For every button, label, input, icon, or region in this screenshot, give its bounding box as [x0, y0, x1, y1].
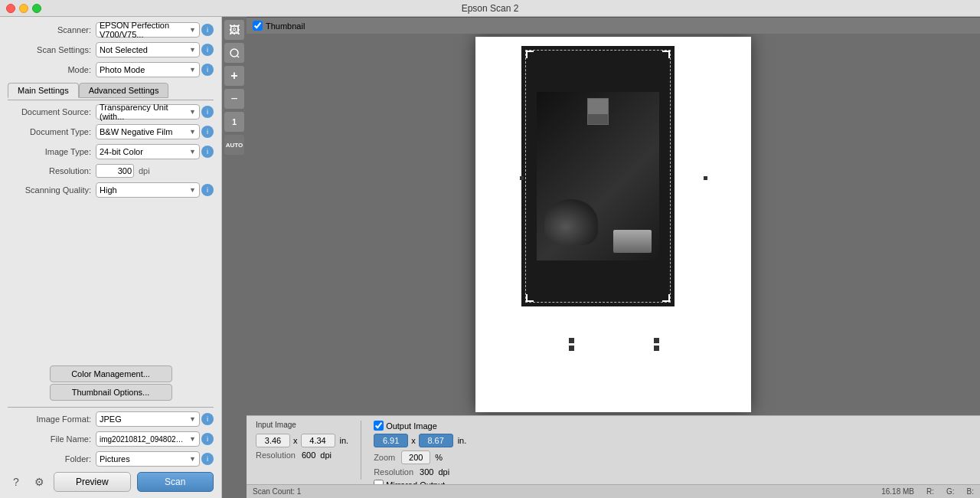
handle-corner-br[interactable] [662, 294, 670, 302]
sq-handle-bl[interactable] [569, 338, 574, 343]
output-resolution-label: Resolution [374, 467, 413, 477]
scan-settings-value: Not Selected [100, 45, 148, 54]
thumbnail-label: Thumbnail [266, 21, 305, 31]
chevron-down-icon: ▼ [189, 66, 196, 74]
minimize-button[interactable] [19, 4, 28, 13]
help-button[interactable]: ? [8, 473, 24, 490]
input-dimensions-row: 3.46 x 4.34 in. [256, 434, 348, 447]
chevron-down-icon: ▼ [189, 128, 196, 136]
folder-dropdown[interactable]: Pictures ▼ [96, 451, 200, 467]
g-value: G: [946, 487, 955, 496]
file-size: 16.18 MB [881, 487, 914, 496]
input-image-section: Input Image 3.46 x 4.34 in. Resolution 6… [256, 421, 348, 460]
toolbar: 🖼 + − 1 AUTO [222, 17, 247, 498]
file-name-info-button[interactable]: i [201, 433, 214, 445]
image-format-label: Image Format: [8, 414, 96, 424]
output-x-separator: x [411, 436, 416, 445]
scanner-label: Scanner: [8, 25, 96, 34]
input-unit: in. [340, 436, 349, 445]
scanner-dropdown[interactable]: EPSON Perfection V700/V75... ▼ [96, 22, 200, 38]
input-resolution-row: Resolution 600 dpi [256, 450, 348, 460]
zoom-value[interactable]: 200 [401, 450, 430, 464]
preview-canvas [247, 34, 980, 415]
chevron-down-icon: ▼ [189, 148, 196, 156]
output-title-row: Output Image [374, 421, 466, 431]
scan-settings-row: Scan Settings: Not Selected ▼ i [0, 40, 221, 60]
input-height[interactable]: 4.34 [301, 434, 335, 447]
b-value: B: [967, 487, 974, 496]
document-type-dropdown[interactable]: B&W Negative Film ▼ [96, 124, 200, 139]
output-image-checkbox-label[interactable]: Output Image [374, 421, 437, 431]
handle-corner-bl[interactable] [526, 294, 534, 302]
thumbnail-checkbox-label[interactable]: Thumbnail [253, 21, 305, 31]
scan-settings-value-wrap: Not Selected ▼ i [96, 42, 214, 57]
image-type-info-button[interactable]: i [201, 146, 214, 158]
thumbnail-checkbox[interactable] [253, 21, 263, 31]
film-figure [544, 199, 598, 245]
handle-corner-tl[interactable] [526, 51, 534, 58]
scanner-info-button[interactable]: i [201, 24, 214, 36]
tab-main-settings[interactable]: Main Settings [8, 83, 79, 98]
scanning-quality-info-button[interactable]: i [201, 184, 214, 196]
handle-corner-tr[interactable] [662, 51, 670, 58]
info-bar: Input Image 3.46 x 4.34 in. Resolution 6… [247, 415, 980, 484]
auto-button[interactable]: AUTO [224, 135, 244, 155]
input-x-separator: x [293, 436, 298, 445]
svg-line-1 [237, 56, 239, 57]
sq-handle-mr[interactable] [704, 176, 707, 180]
output-image-checkbox[interactable] [374, 421, 384, 431]
main-layout: Scanner: EPSON Perfection V700/V75... ▼ … [0, 17, 980, 498]
sq-handle-ml[interactable] [520, 176, 524, 180]
color-management-button[interactable]: Color Management... [50, 365, 172, 382]
status-right: 16.18 MB R: G: B: [881, 487, 974, 496]
folder-info-button[interactable]: i [201, 453, 214, 465]
one-to-one-button[interactable]: 1 [224, 112, 244, 132]
image-type-label: Image Type: [8, 147, 96, 156]
image-type-dropdown[interactable]: 24-bit Color ▼ [96, 144, 200, 159]
image-format-row: Image Format: JPEG ▼ i [0, 409, 221, 429]
sq-handle-bl2[interactable] [569, 346, 574, 351]
resolution-value-wrap: 300 dpi [96, 164, 214, 178]
preview-button[interactable]: Preview [54, 472, 131, 492]
output-width[interactable]: 6.91 [374, 434, 408, 447]
file-name-label: File Name: [8, 434, 96, 444]
file-name-dropdown[interactable]: img20210812_09480298.jpg ▼ [96, 431, 200, 447]
zoom-in-button[interactable]: + [224, 66, 244, 86]
resolution-row: Resolution: 300 dpi [0, 162, 221, 180]
image-format-info-button[interactable]: i [201, 413, 214, 425]
mode-info-button[interactable]: i [201, 64, 214, 76]
sq-handle-br2[interactable] [654, 346, 659, 351]
settings-gear-icon[interactable]: ⚙ [31, 473, 47, 490]
document-source-info-button[interactable]: i [201, 106, 214, 118]
r-value: R: [926, 487, 934, 496]
scanner-value-wrap: EPSON Perfection V700/V75... ▼ i [96, 22, 214, 38]
mode-dropdown[interactable]: Photo Mode ▼ [96, 62, 200, 77]
scan-settings-dropdown[interactable]: Not Selected ▼ [96, 42, 200, 57]
document-type-info-button[interactable]: i [201, 126, 214, 138]
scanning-quality-dropdown[interactable]: High ▼ [96, 182, 200, 198]
scan-button[interactable]: Scan [137, 472, 214, 492]
resolution-label: Resolution: [8, 166, 96, 175]
input-width[interactable]: 3.46 [256, 434, 290, 447]
image-format-dropdown[interactable]: JPEG ▼ [96, 411, 200, 427]
tab-advanced-settings[interactable]: Advanced Settings [79, 83, 169, 98]
resolution-input[interactable]: 300 [96, 164, 134, 178]
close-button[interactable] [6, 4, 15, 13]
thumbnail-options-button[interactable]: Thumbnail Options... [50, 384, 172, 401]
zoom-out-button[interactable]: − [224, 89, 244, 109]
scan-icon-button[interactable]: 🖼 [224, 20, 244, 40]
zoom-to-fit-button[interactable] [224, 43, 244, 63]
output-resolution-value: 300 [420, 467, 433, 477]
preview-area: Thumbnail [247, 17, 980, 498]
zoom-unit: % [435, 453, 443, 462]
image-type-value-wrap: 24-bit Color ▼ i [96, 144, 214, 159]
document-type-value: B&W Negative Film [100, 127, 172, 136]
sq-handle-br[interactable] [654, 338, 659, 343]
info-divider-1 [361, 421, 361, 480]
chevron-down-icon: ▼ [189, 46, 196, 54]
document-source-dropdown[interactable]: Transparency Unit (with... ▼ [96, 104, 200, 120]
output-height[interactable]: 8.67 [419, 434, 453, 447]
output-divider [8, 407, 214, 408]
scan-settings-info-button[interactable]: i [201, 44, 214, 56]
maximize-button[interactable] [32, 4, 41, 13]
